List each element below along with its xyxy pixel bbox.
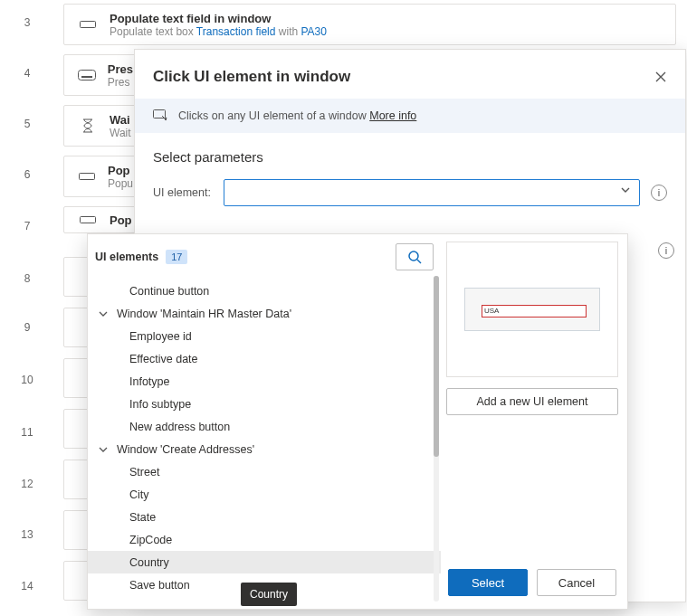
text-field-icon [75, 207, 100, 232]
action-title: Pres [108, 62, 133, 76]
tree-group[interactable]: Window 'Maintain HR Master Data' [88, 302, 441, 325]
field-link[interactable]: Transaction field [196, 25, 276, 38]
action-text: Populate text field in window Populate t… [110, 12, 327, 38]
action-title: Wai [110, 113, 131, 127]
more-info-link[interactable]: More info [369, 109, 416, 122]
action-row-wait[interactable]: Wai Wait [63, 105, 145, 147]
chevron-down-icon [621, 187, 630, 193]
info-text: Clicks on any UI element of a window Mor… [178, 109, 416, 122]
action-subtitle: Populate text box Transaction field with… [110, 25, 327, 38]
tree-group-label: Window 'Create Addresses' [117, 443, 254, 456]
step-number: 13 [0, 528, 54, 541]
action-subtitle: Pres [108, 76, 133, 89]
value-pill: PA30 [301, 25, 326, 38]
tree-item-label: City [129, 488, 149, 501]
dropdown-footer: Select Cancel [446, 569, 618, 600]
tree-item[interactable]: New address button [88, 415, 441, 438]
tree-scrollbar[interactable] [434, 276, 439, 602]
tree-item-label: Info subtype [129, 398, 191, 411]
select-button[interactable]: Select [448, 569, 528, 596]
tree-item[interactable]: State [88, 506, 441, 528]
tree-item-label: Street [129, 466, 159, 479]
text-field-icon [75, 12, 100, 37]
hourglass-icon [75, 113, 100, 138]
step-number: 11 [0, 426, 54, 439]
action-text: Pop [110, 213, 132, 227]
search-button[interactable] [396, 243, 434, 270]
ui-element-label: UI element: [153, 186, 213, 199]
dialog-title: Click UI element in window [153, 68, 350, 86]
tree-item-label: Effective date [129, 353, 198, 365]
step-number: 9 [0, 321, 54, 334]
tree-title: UI elements [95, 251, 158, 263]
step-number: 6 [0, 168, 54, 181]
svg-rect-2 [81, 76, 92, 78]
chevron-down-icon [99, 311, 113, 317]
add-ui-element-button[interactable]: Add a new UI element [446, 388, 618, 415]
action-title: Pop [108, 164, 133, 177]
tree-item[interactable]: Country [88, 551, 441, 573]
step-number: 4 [0, 67, 54, 80]
tree-item[interactable]: Infotype [88, 370, 441, 393]
step-number: 14 [0, 580, 54, 592]
info-icon[interactable]: i [658, 242, 674, 259]
svg-rect-1 [78, 71, 95, 81]
tree-item-label: Continue button [129, 285, 209, 298]
tree-item-label: Employee id [129, 330, 192, 343]
tree-item-label: New address button [129, 421, 230, 433]
action-text: Wai Wait [110, 113, 131, 139]
info-icon[interactable]: i [651, 185, 667, 201]
tree-group-label: Window 'Maintain HR Master Data' [117, 308, 291, 320]
tree-item[interactable]: Effective date [88, 347, 441, 370]
preview-column: USA Add a new UI element Select Cancel [441, 234, 627, 609]
action-row-press[interactable]: Pres Pres [63, 54, 145, 96]
step-number: 10 [0, 374, 54, 386]
tree-item-label: Infotype [129, 375, 169, 388]
step-number-gutter: 3 4 5 6 7 8 9 10 11 12 13 14 [0, 0, 54, 616]
ui-element-param-row: UI element: i [135, 174, 685, 219]
step-number: 8 [0, 272, 54, 285]
tree-group[interactable]: Window 'Create Addresses' [88, 438, 441, 460]
tree-item[interactable]: City [88, 483, 441, 506]
ui-element-select[interactable] [224, 179, 640, 206]
tree-item-label: State [129, 511, 156, 524]
close-icon[interactable] [654, 71, 667, 83]
tree-item[interactable]: ZipCode [88, 528, 441, 551]
svg-rect-3 [79, 174, 94, 180]
tree-body[interactable]: Continue buttonWindow 'Maintain HR Maste… [88, 280, 441, 609]
search-icon [407, 250, 422, 264]
select-parameters-title: Select parameters [135, 133, 685, 174]
step-number: 12 [0, 478, 54, 490]
tree-item[interactable]: Street [88, 460, 441, 483]
action-row-populate-2[interactable]: Pop [63, 206, 145, 233]
scrollbar-thumb[interactable] [434, 276, 439, 457]
action-title: Populate text field in window [110, 12, 327, 25]
click-icon [153, 109, 169, 122]
ui-element-tree: UI elements 17 Continue buttonWindow 'Ma… [88, 234, 441, 609]
tooltip: Country [241, 583, 297, 606]
preview-highlighted-field: USA [482, 305, 587, 317]
svg-point-6 [409, 251, 418, 261]
tree-item[interactable]: Info subtype [88, 393, 441, 415]
info-band: Clicks on any UI element of a window Mor… [135, 99, 685, 133]
tree-item[interactable]: Employee id [88, 325, 441, 347]
svg-rect-4 [81, 217, 96, 223]
tree-item-label: Save button [129, 579, 190, 592]
tree-item-label: Country [129, 556, 169, 569]
step-number: 5 [0, 118, 54, 130]
tree-header: UI elements 17 [88, 234, 441, 280]
preview-image: USA [464, 288, 600, 331]
dialog-header: Click UI element in window [135, 50, 685, 99]
action-subtitle: Wait [110, 127, 131, 139]
action-text: Pres Pres [108, 62, 133, 89]
action-row-populate[interactable]: Pop Popu [63, 156, 145, 197]
element-count-badge: 17 [166, 250, 187, 264]
chevron-down-icon [99, 447, 113, 452]
tree-item[interactable]: Continue button [88, 280, 441, 302]
cancel-button[interactable]: Cancel [537, 569, 616, 596]
step-number: 7 [0, 220, 54, 232]
ui-element-dropdown-panel: UI elements 17 Continue buttonWindow 'Ma… [87, 233, 628, 610]
keyboard-icon [75, 62, 99, 88]
action-row-populate-text[interactable]: Populate text field in window Populate t… [63, 4, 676, 45]
tree-item-label: ZipCode [129, 534, 172, 546]
